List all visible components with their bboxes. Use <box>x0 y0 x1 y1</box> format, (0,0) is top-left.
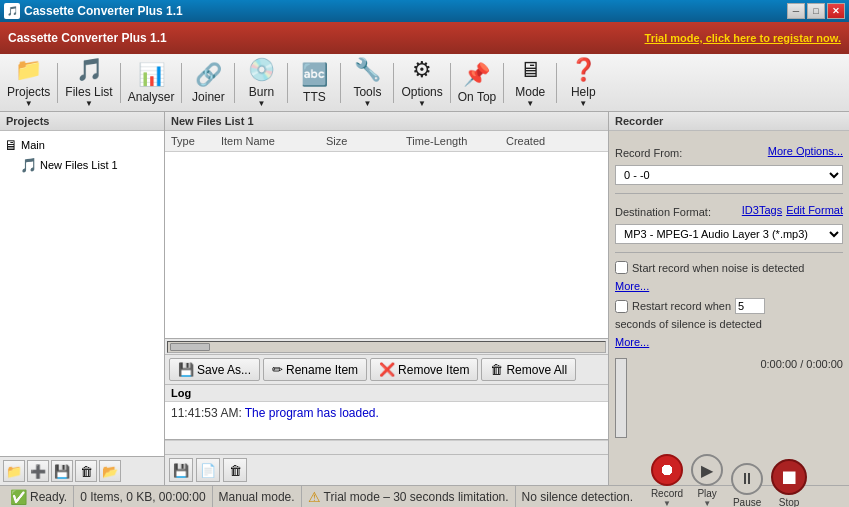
app-header: Cassette Converter Plus 1.1 Trial mode, … <box>0 22 849 54</box>
tree-item-main[interactable]: 🖥 Main <box>4 135 160 155</box>
main-toolbar: 📁 Projects ▼ 🎵 Files List ▼ 📊 Analyser 🔗… <box>0 54 849 112</box>
pause-label: Pause <box>733 497 761 507</box>
mode-arrow: ▼ <box>526 99 534 108</box>
tree-item-new-files-list[interactable]: 🎵 New Files List 1 <box>4 155 160 175</box>
joiner-icon: 🔗 <box>195 62 222 88</box>
files-list-label: Files List <box>65 85 112 99</box>
trial-notice[interactable]: Trial mode, click here to registar now. <box>645 32 841 44</box>
remove-item-button[interactable]: ❌ Remove Item <box>370 358 478 381</box>
toolbar-tools[interactable]: 🔧 Tools ▼ <box>343 58 391 108</box>
analyser-label: Analyser <box>128 90 175 104</box>
rename-item-button[interactable]: ✏ Rename Item <box>263 358 367 381</box>
col-size: Size <box>324 133 404 149</box>
file-toolbar: 💾 Save As... ✏ Rename Item ❌ Remove Item… <box>165 354 608 385</box>
log-time: 11:41:53 AM: <box>171 406 242 420</box>
remove-all-button[interactable]: 🗑 Remove All <box>481 358 576 381</box>
toolbar-files-list[interactable]: 🎵 Files List ▼ <box>60 58 117 108</box>
id3tags-link[interactable]: ID3Tags <box>742 204 782 216</box>
more-link-1[interactable]: More... <box>615 280 843 292</box>
tree-main-icon: 🖥 <box>4 137 18 153</box>
restart-checkbox[interactable] <box>615 300 628 313</box>
sep5 <box>287 63 288 103</box>
dest-format-label: Destination Format: <box>615 206 711 218</box>
proj-new-btn[interactable]: ➕ <box>27 460 49 482</box>
noise-detect-checkbox[interactable] <box>615 261 628 274</box>
log-content[interactable]: 11:41:53 AM: The program has loaded. <box>165 402 608 440</box>
toolbar-on-top[interactable]: 📌 On Top <box>453 58 501 108</box>
col-time: Time-Length <box>404 133 504 149</box>
log-h-scroll[interactable] <box>165 440 608 454</box>
play-button[interactable]: ▶ Play ▼ <box>689 452 725 507</box>
restart-label: Restart record when <box>632 300 731 312</box>
tts-icon: 🔤 <box>301 62 328 88</box>
close-button[interactable]: ✕ <box>827 3 845 19</box>
scrollbar-thumb <box>170 343 210 351</box>
toolbar-analyser[interactable]: 📊 Analyser <box>123 58 180 108</box>
maximize-button[interactable]: □ <box>807 3 825 19</box>
main-layout: Projects 🖥 Main 🎵 New Files List 1 📁 ➕ 💾… <box>0 112 849 485</box>
burn-icon: 💿 <box>248 57 275 83</box>
toolbar-mode[interactable]: 🖥 Mode ▼ <box>506 58 554 108</box>
recorder-header: Recorder <box>609 112 849 131</box>
save-as-button[interactable]: 💾 Save As... <box>169 358 260 381</box>
recorder-panel: Recorder Record From: More Options... 0 … <box>609 112 849 485</box>
mode-icon: 🖥 <box>519 57 541 83</box>
time-display: 0:00:00 / 0:00:00 <box>633 358 843 370</box>
log-header: Log <box>165 385 608 402</box>
proj-browse-btn[interactable]: 📂 <box>99 460 121 482</box>
more-options-link[interactable]: More Options... <box>768 145 843 157</box>
toolbar-burn[interactable]: 💿 Burn ▼ <box>237 58 285 108</box>
ready-icon: ✅ <box>10 489 27 505</box>
sep3 <box>181 63 182 103</box>
proj-open-btn[interactable]: 📁 <box>3 460 25 482</box>
tts-label: TTS <box>303 90 326 104</box>
toolbar-joiner[interactable]: 🔗 Joiner <box>184 58 232 108</box>
remove-item-icon: ❌ <box>379 362 395 377</box>
status-ready: ✅ Ready. <box>4 486 74 507</box>
pause-button[interactable]: ⏸ Pause <box>729 461 765 507</box>
log-new-btn[interactable]: 📄 <box>196 458 220 482</box>
status-items: 0 Items, 0 KB, 00:00:00 <box>74 486 212 507</box>
sep2 <box>120 63 121 103</box>
app-icon: 🎵 <box>4 3 20 19</box>
sep9 <box>503 63 504 103</box>
toolbar-options[interactable]: ⚙ Options ▼ <box>396 58 447 108</box>
options-icon: ⚙ <box>412 57 432 83</box>
status-silence: No silence detection. <box>516 486 639 507</box>
record-from-select[interactable]: 0 - -0 <box>615 165 843 185</box>
record-button[interactable]: ⏺ Record ▼ <box>649 452 685 507</box>
mode-label: Mode <box>515 85 545 99</box>
log-message: The program has loaded. <box>245 406 379 420</box>
rename-label: Rename Item <box>286 363 358 377</box>
proj-save-btn[interactable]: 💾 <box>51 460 73 482</box>
project-toolbar: 📁 ➕ 💾 🗑 📂 <box>0 456 164 485</box>
log-clear-btn[interactable]: 🗑 <box>223 458 247 482</box>
ready-text: Ready. <box>30 490 67 504</box>
toolbar-tts[interactable]: 🔤 TTS <box>290 58 338 108</box>
play-arrow: ▼ <box>703 499 711 507</box>
stop-btn-icon: ⏹ <box>771 459 807 495</box>
col-created: Created <box>504 133 604 149</box>
options-arrow: ▼ <box>418 99 426 108</box>
more-link-2[interactable]: More... <box>615 336 843 348</box>
seconds-input[interactable] <box>735 298 765 314</box>
dest-format-select[interactable]: MP3 - MPEG-1 Audio Layer 3 (*.mp3) <box>615 224 843 244</box>
toolbar-projects[interactable]: 📁 Projects ▼ <box>2 58 55 108</box>
status-mode: Manual mode. <box>213 486 302 507</box>
trial-text: Trial mode – 30 seconds limitation. <box>324 490 509 504</box>
log-section: Log 11:41:53 AM: The program has loaded.… <box>165 385 608 485</box>
h-scrollbar[interactable] <box>167 341 606 353</box>
silence-text: No silence detection. <box>522 490 633 504</box>
file-list-area[interactable]: Type Item Name Size Time-Length Created <box>165 131 608 338</box>
log-save-btn[interactable]: 💾 <box>169 458 193 482</box>
play-btn-icon: ▶ <box>691 454 723 486</box>
proj-delete-btn[interactable]: 🗑 <box>75 460 97 482</box>
toolbar-help[interactable]: ❓ Help ▼ <box>559 58 607 108</box>
record-arrow: ▼ <box>663 499 671 507</box>
minimize-button[interactable]: ─ <box>787 3 805 19</box>
on-top-label: On Top <box>458 90 496 104</box>
h-scrollbar-area[interactable] <box>165 338 608 354</box>
stop-button[interactable]: ⏹ Stop <box>769 457 809 507</box>
edit-format-link[interactable]: Edit Format <box>786 204 843 216</box>
file-list-columns: Type Item Name Size Time-Length Created <box>165 131 608 152</box>
